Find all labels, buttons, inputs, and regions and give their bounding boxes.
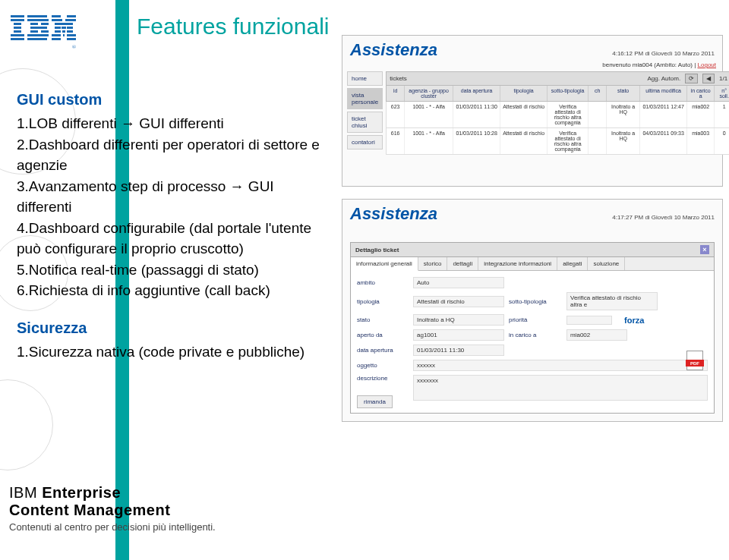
list-item: 4.Dashboard configurabile (dal portale l… (17, 218, 324, 260)
modal-title: Dettaglio ticket (355, 247, 399, 253)
pdf-icon[interactable]: PDF (686, 351, 703, 370)
logout-link[interactable]: Logout (698, 61, 716, 68)
app-screenshot-detail: Assistenza 4:17:27 PM di Giovedì 10 Marz… (342, 199, 723, 422)
svg-rect-10 (41, 23, 49, 25)
ibm-logo: ® (11, 15, 76, 50)
left-column: GUI custom 1.LOB differenti → GUI differ… (17, 91, 324, 362)
sidebar: home vista personale ticket chiusi conta… (347, 71, 383, 155)
tab-allegati[interactable]: allegati (557, 257, 588, 270)
svg-rect-25 (55, 30, 61, 33)
footer-enterprise: Enterprise (42, 484, 121, 501)
value-oggetto[interactable]: xxxxxx (413, 360, 708, 371)
list-item: 3.Avanzamento step di processo → GUI dif… (17, 176, 324, 218)
label-sottotip: sotto-tipologia (509, 298, 562, 305)
tab-dettagli[interactable]: dettagli (447, 257, 478, 270)
svg-rect-15 (27, 38, 47, 40)
modal-tabs: informazioni generali storico dettagli i… (351, 257, 714, 271)
svg-rect-16 (52, 15, 61, 17)
close-icon[interactable]: × (700, 245, 709, 254)
label-apertoda: aperto da (357, 332, 409, 338)
svg-rect-31 (52, 38, 61, 40)
svg-rect-1 (11, 19, 24, 21)
label-tipologia: tipologia (357, 298, 409, 305)
forza-link[interactable]: forza (624, 316, 644, 325)
value-incarico: mia002 (566, 329, 627, 341)
svg-rect-27 (67, 30, 73, 33)
value-tipologia: Attestati di rischio (413, 296, 504, 307)
col-incarico[interactable]: in carico a (687, 86, 715, 101)
slide-title: Features funzionali (106, 14, 329, 39)
col-nsoll[interactable]: n° soll. (715, 86, 729, 101)
prev-page-button[interactable]: ◀ (702, 74, 715, 83)
svg-rect-4 (14, 30, 21, 33)
label-dataap: data apertura (357, 347, 409, 354)
toolbar-label: tickets (390, 75, 407, 82)
svg-rect-32 (67, 38, 76, 40)
table-row[interactable]: 616 1001 - * - Alfa 01/03/2011 10:28 Att… (386, 128, 729, 155)
svg-rect-23 (62, 27, 66, 29)
svg-rect-3 (14, 27, 21, 29)
sidebar-item-home[interactable]: home (347, 71, 383, 86)
form: ambito Auto tipologia Attestati di risch… (351, 271, 714, 411)
tab-info-generali[interactable]: informazioni generali (351, 257, 418, 271)
list-item: 5.Notifica real-time (passaggi di stato) (17, 260, 324, 281)
sidebar-item-vista[interactable]: vista personale (347, 88, 383, 109)
value-stato: Inoltrato a HQ (413, 314, 504, 326)
svg-rect-12 (30, 30, 38, 33)
security-heading: Sicurezza (17, 319, 324, 337)
footer-cm: Content Management (9, 502, 216, 519)
svg-rect-0 (11, 15, 24, 17)
sidebar-item-contatori[interactable]: contatori (347, 135, 383, 149)
svg-rect-18 (52, 19, 62, 21)
col-id[interactable]: id (387, 86, 405, 101)
list-item: 1.LOB differenti → GUI differenti (17, 113, 324, 134)
svg-rect-24 (67, 27, 73, 29)
agg-autom-label: Agg. Autom. (648, 75, 681, 82)
list-item: 2.Dashboard differenti per operatori di … (17, 134, 324, 176)
table-row[interactable]: 623 1001 - * - Alfa 01/03/2011 11:30 Att… (386, 102, 729, 128)
label-oggetto: oggetto (357, 362, 409, 369)
svg-rect-30 (67, 34, 76, 36)
col-sottotip[interactable]: sotto-tipologia (548, 86, 589, 101)
sidebar-item-chiusi[interactable]: ticket chiusi (347, 112, 383, 133)
table-header: id agenzia - gruppo cluster data apertur… (386, 86, 729, 102)
col-agenzia[interactable]: agenzia - gruppo cluster (405, 86, 453, 101)
value-apertoda: ag1001 (413, 329, 504, 341)
footer-brand: IBM Enterprise Content Management Conten… (9, 484, 216, 533)
svg-rect-26 (62, 30, 65, 33)
timestamp: 4:16:12 PM di Giovedì 10 Marzo 2011 (612, 50, 715, 57)
svg-rect-8 (27, 19, 49, 21)
col-ultima[interactable]: ultima modifica (640, 86, 687, 101)
svg-rect-5 (11, 34, 24, 36)
col-tipologia[interactable]: tipologia (500, 86, 548, 101)
detail-modal: Dettaglio ticket × informazioni generali… (350, 242, 715, 414)
svg-rect-9 (30, 23, 38, 25)
svg-rect-14 (27, 34, 49, 36)
toolbar: tickets Agg. Autom. ⟳ ◀ 1/1 ▶ 15 (386, 71, 729, 86)
refresh-button[interactable]: ⟳ (685, 74, 698, 83)
svg-rect-29 (63, 34, 65, 36)
svg-rect-21 (64, 23, 73, 25)
welcome-text: benvenuto mia004 (Ambito: Auto) | (602, 61, 696, 68)
svg-rect-11 (30, 27, 47, 29)
rimanda-button[interactable]: rimanda (357, 395, 393, 408)
svg-rect-6 (11, 38, 24, 40)
svg-rect-20 (55, 23, 64, 25)
app-title: Assistenza (350, 204, 437, 224)
tab-storico[interactable]: storico (418, 257, 448, 270)
value-priorita[interactable] (566, 316, 612, 325)
col-stato[interactable]: stato (607, 86, 640, 101)
col-data[interactable]: data apertura (453, 86, 500, 101)
value-dataap: 01/03/2011 11:30 (413, 344, 504, 356)
col-ch[interactable]: ch (589, 86, 607, 101)
app-title: Assistenza (350, 40, 437, 60)
label-descrizione: descrizione (357, 375, 409, 382)
footer-tagline: Contenuti al centro per decisioni più in… (9, 521, 216, 533)
svg-rect-17 (67, 15, 76, 17)
list-item: 6.Richiesta di info aggiuntive (call bac… (17, 280, 324, 301)
value-sottotip: Verifica attestato di rischio altra e (566, 292, 658, 310)
tab-soluzione[interactable]: soluzione (588, 257, 625, 270)
app-screenshot-list: Assistenza 4:16:12 PM di Giovedì 10 Marz… (342, 35, 723, 187)
tab-integrazione[interactable]: integrazione informazioni (478, 257, 557, 270)
svg-rect-28 (52, 34, 61, 36)
